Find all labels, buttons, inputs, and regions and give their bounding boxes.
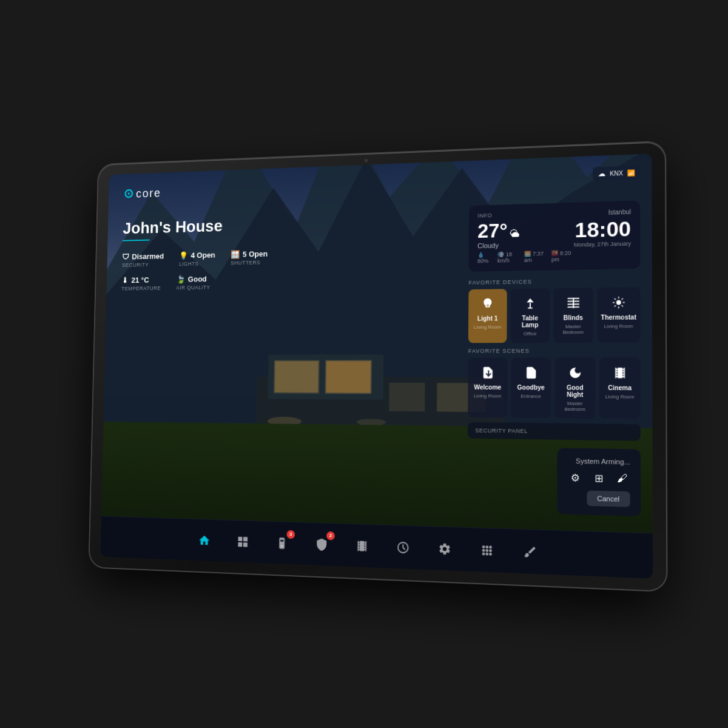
- nav-rooms[interactable]: [232, 530, 253, 553]
- door-exit-icon: [522, 364, 540, 382]
- sunset-detail: 🌇 8:20 pm: [551, 250, 574, 263]
- scenes-grid: Welcome Living Room Goodbye Entrance: [468, 357, 641, 419]
- temp-label: TEMPERATURE: [121, 285, 161, 291]
- sunrise-detail: 🌅 7:37 am: [524, 251, 547, 263]
- leaf-icon: 🍃: [177, 275, 186, 284]
- gear-icon[interactable]: ⚙: [567, 470, 583, 485]
- weather-cloud-icon: 🌥: [510, 228, 521, 240]
- bulb-icon: [479, 295, 496, 313]
- svg-point-23: [485, 545, 488, 548]
- svg-point-29: [485, 552, 488, 555]
- scene-name-goodbye: Goodbye: [517, 384, 545, 391]
- scene-name-welcome: Welcome: [474, 384, 501, 391]
- brush-icon[interactable]: 🖌: [615, 471, 630, 487]
- temp-value: 21 °C: [131, 275, 149, 285]
- control-badge: 3: [286, 530, 295, 538]
- nav-security[interactable]: 2: [311, 533, 332, 556]
- moon-icon: [566, 364, 584, 382]
- shutters-value-row: 🪟 5 Open: [231, 249, 268, 259]
- svg-point-27: [489, 549, 492, 552]
- cloud-icon: ☁: [598, 169, 606, 178]
- svg-point-22: [482, 545, 485, 548]
- scene-room-goodbye: Entrance: [521, 393, 541, 399]
- thermostat-icon: [609, 294, 627, 312]
- svg-point-26: [485, 548, 488, 551]
- lightbulb-icon: 💡: [179, 251, 188, 260]
- wifi-icon: 📶: [627, 169, 635, 177]
- arming-text: System Arming...: [576, 457, 630, 466]
- grid-icon[interactable]: ⊞: [591, 470, 607, 486]
- device-room-thermostat: Living Room: [604, 323, 633, 329]
- status-shutters[interactable]: 🪟 5 Open SHUTTERS: [231, 249, 268, 266]
- security-label: SECURITY: [122, 261, 164, 268]
- scene-card-goodnight[interactable]: Good Night Master Bedroom: [554, 358, 595, 419]
- tablet-screen: ⊙ core ☁ KNX 📶 INFO 27° 🌥 Cloudy 💧 80% 💨…: [100, 153, 653, 578]
- weather-info-label: INFO: [477, 210, 574, 219]
- security-value-row: 🛡 Disarmed: [122, 252, 164, 261]
- weather-details: 💧 80% 💨 18 km/h 🌅 7:37 am 🌇 8:20 pm: [477, 250, 574, 265]
- device-room-light1: Living Room: [474, 325, 502, 330]
- shield-icon: 🛡: [122, 252, 129, 261]
- scene-name-cinema: Cinema: [608, 385, 632, 392]
- status-air-quality[interactable]: 🍃 Good AIR QUALITY: [176, 274, 210, 291]
- nav-apps[interactable]: [476, 539, 498, 562]
- air-label: AIR QUALITY: [176, 285, 210, 291]
- camera-dot: [365, 159, 368, 163]
- left-panel: John's House 🛡 Disarmed SECURITY 💡 4 Ope…: [121, 215, 268, 300]
- status-temperature[interactable]: 🌡 21 °C TEMPERATURE: [121, 275, 161, 292]
- nav-control[interactable]: 3: [271, 531, 292, 554]
- app-logo: ⊙ core: [124, 185, 162, 201]
- scene-room-welcome: Living Room: [474, 393, 502, 399]
- svg-rect-8: [275, 361, 318, 393]
- weather-temperature: 27°: [477, 220, 508, 241]
- svg-rect-9: [326, 361, 371, 393]
- svg-point-28: [482, 552, 485, 555]
- humidity-detail: 💧 80%: [477, 252, 493, 265]
- weather-card: INFO 27° 🌥 Cloudy 💧 80% 💨 18 km/h 🌅 7:37…: [469, 201, 641, 272]
- device-room-blinds: Master Bedroom: [557, 323, 589, 335]
- cancel-button[interactable]: Cancel: [587, 491, 630, 507]
- lamp-icon: [521, 295, 539, 312]
- shutters-value: 5 Open: [243, 249, 268, 258]
- device-room-tablelamp: Office: [524, 331, 537, 336]
- status-row-1: 🛡 Disarmed SECURITY 💡 4 Open LIGHTS 🪟: [122, 249, 268, 268]
- lights-label: LIGHTS: [179, 260, 215, 267]
- knx-label: KNX: [610, 169, 623, 177]
- scene-card-goodbye[interactable]: Goodbye Entrance: [511, 358, 551, 419]
- svg-point-17: [616, 300, 621, 305]
- shutters-label: SHUTTERS: [231, 259, 268, 266]
- device-card-tablelamp[interactable]: Table Lamp Office: [510, 288, 550, 343]
- temp-value-row: 🌡 21 °C: [121, 275, 161, 285]
- scene-room-cinema: Living Room: [605, 394, 635, 400]
- device-name-thermostat: Thermostat: [601, 314, 636, 321]
- device-card-blinds[interactable]: Blinds Master Bedroom: [553, 288, 593, 343]
- title-underline: [123, 240, 149, 241]
- blinds-icon: [564, 294, 582, 312]
- nav-settings[interactable]: [434, 537, 456, 560]
- scenes-section-label: FAVORITE SCENES: [468, 348, 641, 354]
- security-badge: 2: [326, 531, 335, 540]
- scene-card-welcome[interactable]: Welcome Living Room: [468, 358, 507, 418]
- svg-rect-19: [280, 539, 283, 541]
- wind-detail: 💨 18 km/h: [497, 251, 519, 264]
- status-security[interactable]: 🛡 Disarmed SECURITY: [122, 252, 164, 268]
- device-card-light1[interactable]: Light 1 Living Room: [468, 289, 507, 343]
- status-lights[interactable]: 💡 4 Open LIGHTS: [179, 251, 215, 267]
- tablet-shell: ⊙ core ☁ KNX 📶 INFO 27° 🌥 Cloudy 💧 80% 💨…: [89, 142, 666, 591]
- house-title: John's House: [123, 215, 268, 238]
- nav-home[interactable]: [194, 529, 215, 551]
- nav-automation[interactable]: [392, 536, 414, 559]
- shutter-icon: 🪟: [231, 250, 240, 259]
- security-panel-bar[interactable]: SECURITY PANEL: [468, 422, 641, 441]
- knx-badge[interactable]: ☁ KNX 📶: [593, 166, 640, 181]
- device-card-thermostat[interactable]: Thermostat Living Room: [597, 287, 641, 342]
- scene-card-cinema[interactable]: Cinema Living Room: [599, 357, 641, 419]
- logo-symbol: ⊙: [124, 186, 134, 201]
- lights-value-row: 💡 4 Open: [179, 251, 215, 260]
- thermometer-icon: 🌡: [121, 276, 129, 285]
- nav-edit[interactable]: [519, 540, 542, 564]
- nav-cinema[interactable]: [351, 534, 373, 558]
- svg-point-30: [489, 552, 492, 555]
- logo-text: core: [136, 186, 161, 200]
- svg-rect-6: [389, 383, 425, 411]
